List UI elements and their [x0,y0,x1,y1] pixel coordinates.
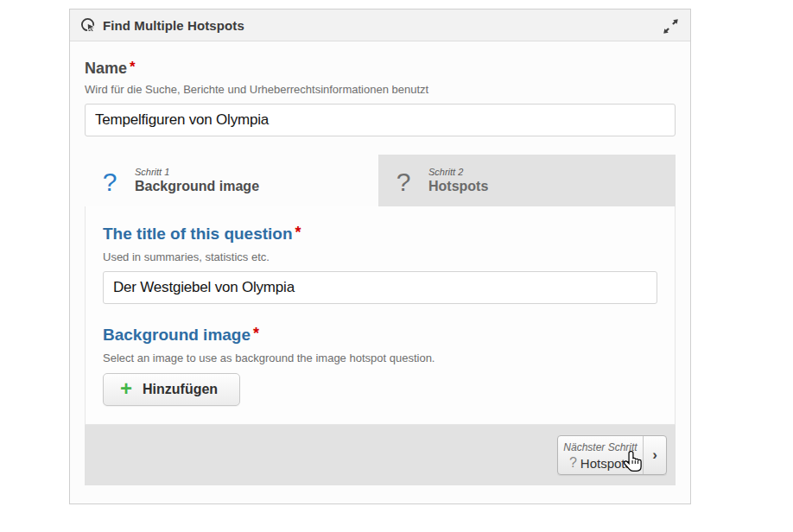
panel-header: Find Multiple Hotspots [70,10,690,41]
expand-arrows-icon[interactable] [661,16,680,35]
tab-background-image[interactable]: ? Schritt 1 Background image [85,155,378,206]
wizard-tabs: ? Schritt 1 Background image ? Schritt 2… [85,155,676,206]
question-mark-icon: ? [378,168,428,197]
required-asterisk: * [295,224,301,241]
next-step-label: Nächster Schritt [563,441,637,453]
name-field-help: Wird für die Suche, Berichte und Urheber… [85,83,676,96]
name-label-text: Name [85,60,127,77]
background-image-field-help: Select an image to use as background the… [103,352,657,364]
name-field-label: Name* [85,59,676,78]
name-input[interactable] [85,104,676,136]
tab-step-label: Schritt 1 [135,167,259,177]
plus-icon: + [120,378,132,399]
question-title-field-label: The title of this question* [103,224,657,244]
editor-panel: Find Multiple Hotspots Name* Wird für di… [69,9,691,504]
question-title-field-help: Used in summaries, statistics etc. [103,250,657,263]
background-image-label-text: Background image [103,326,251,344]
question-title-input[interactable] [103,271,657,304]
tab-text: Schritt 1 Background image [135,167,259,194]
tab-text: Schritt 2 Hotspots [428,167,488,194]
wizard-step-content: The title of this question* Used in summ… [85,206,676,425]
tab-title-label: Background image [135,179,259,194]
panel-body: Name* Wird für die Suche, Berichte und U… [70,59,690,485]
tab-step-label: Schritt 2 [428,167,488,177]
next-step-target: ? Hotspots [569,455,631,471]
background-image-field-label: Background image* [103,325,657,345]
tap-hotspot-icon [80,17,97,34]
required-asterisk: * [130,59,136,75]
next-step-button[interactable]: Nächster Schritt ? Hotspots › [557,435,667,475]
add-image-button-label: Hinzufügen [143,382,218,397]
tab-title-label: Hotspots [428,179,488,194]
add-image-button[interactable]: + Hinzufügen [103,373,240,406]
next-step-target-label: Hotspots [580,456,631,471]
question-title-label-text: The title of this question [103,225,293,243]
question-mark-icon: ? [569,455,577,471]
chevron-right-icon: › [643,436,666,474]
required-asterisk: * [253,325,259,342]
panel-title: Find Multiple Hotspots [103,18,244,33]
tab-hotspots[interactable]: ? Schritt 2 Hotspots [378,155,676,206]
wizard-container: ? Schritt 1 Background image ? Schritt 2… [85,155,676,485]
next-step-button-text: Nächster Schritt ? Hotspots [558,436,643,474]
wizard-footer: Nächster Schritt ? Hotspots › [85,425,676,485]
question-mark-icon: ? [85,168,135,197]
